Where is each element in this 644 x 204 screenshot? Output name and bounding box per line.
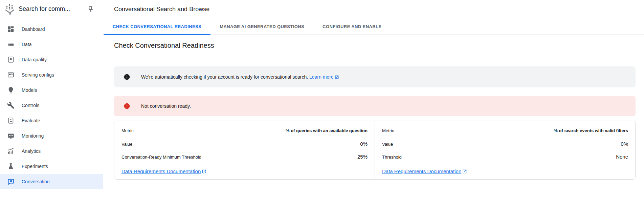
metric-value: 0% — [360, 141, 368, 147]
sidebar-header: Search for comm... — [0, 0, 103, 18]
bar-chart-trend-icon — [7, 147, 15, 155]
sidebar-item-dashboard[interactable]: Dashboard — [0, 21, 103, 37]
list-icon — [7, 40, 15, 48]
metric-name: % of queries with an available question — [286, 128, 368, 133]
tab-bar: CHECK CONVERSATIONAL READINESS MANAGE AI… — [104, 18, 644, 35]
table-row: Metric % of search events with valid fil… — [382, 128, 628, 141]
sidebar-item-evaluate[interactable]: Evaluate — [0, 113, 103, 128]
sidebar-item-label: Experiments — [22, 164, 48, 169]
product-name: Search for comm... — [19, 5, 87, 13]
section-heading: Check Conversational Readiness — [114, 42, 214, 49]
sidebar-item-label: Evaluate — [22, 118, 40, 123]
app-window: Search for comm... Dashboard Data — [0, 0, 644, 204]
data-requirements-doc-link[interactable]: Data Requirements Documentation — [382, 168, 467, 174]
data-requirements-doc-link[interactable]: Data Requirements Documentation — [121, 168, 206, 174]
lightbulb-icon — [7, 86, 15, 94]
sidebar-item-label: Dashboard — [22, 26, 45, 32]
tab-check-conversational-readiness[interactable]: CHECK CONVERSATIONAL READINESS — [104, 18, 210, 35]
metric-panel-queries: Metric % of queries with an available qu… — [114, 121, 375, 179]
tab-configure-and-enable[interactable]: CONFIGURE AND ENABLE — [313, 18, 391, 35]
table-row: Metric % of queries with an available qu… — [121, 128, 368, 141]
open-in-new-icon — [335, 75, 339, 79]
threshold-value: 25% — [357, 154, 368, 160]
flask-icon — [7, 162, 15, 170]
monitor-chart-icon — [7, 132, 15, 140]
wrench-icon — [7, 101, 15, 109]
sidebar-item-models[interactable]: Models — [0, 82, 103, 98]
sidebar-nav: Dashboard Data Data quality — [0, 18, 103, 189]
info-banner-text: We’re automatically checking if your acc… — [141, 74, 339, 80]
table-row: Conversation-Ready Minimum Threshold 25% — [121, 154, 368, 167]
dashboard-icon — [7, 25, 15, 33]
metric-name: % of search events with valid filters — [554, 128, 628, 133]
page-title: Conversational Search and Browse — [114, 6, 209, 13]
metric-row-label: Metric — [121, 128, 133, 133]
sidebar-item-data-quality[interactable]: Data quality — [0, 52, 103, 67]
error-banner-text: Not conversation ready. — [141, 103, 191, 109]
sidebar: Search for comm... Dashboard Data — [0, 0, 103, 204]
metric-panel-search-events: Metric % of search events with valid fil… — [375, 121, 635, 179]
sidebar-item-label: Analytics — [22, 148, 41, 154]
metric-value: 0% — [621, 141, 628, 147]
sidebar-item-data[interactable]: Data — [0, 37, 103, 52]
table-row: Value 0% — [382, 141, 628, 154]
threshold-value: None — [616, 154, 628, 160]
readiness-content: We’re automatically checking if your acc… — [104, 56, 644, 180]
info-icon — [124, 74, 130, 80]
sidebar-item-serving-configs[interactable]: Serving configs — [0, 67, 103, 82]
sidebar-item-experiments[interactable]: Experiments — [0, 159, 103, 174]
serving-configs-icon — [7, 71, 15, 79]
sidebar-item-label: Data quality — [22, 57, 47, 62]
sidebar-item-monitoring[interactable]: Monitoring — [0, 128, 103, 143]
sidebar-item-label: Controls — [22, 103, 39, 108]
sidebar-item-conversation[interactable]: Conversation — [0, 174, 103, 189]
threshold-row-label: Conversation-Ready Minimum Threshold — [121, 155, 201, 160]
open-in-new-icon — [462, 169, 467, 174]
sidebar-item-label: Serving configs — [22, 72, 54, 78]
main-content: Conversational Search and Browse CHECK C… — [104, 0, 644, 204]
badge-icon — [7, 56, 15, 64]
section-heading-row: Check Conversational Readiness — [104, 35, 644, 56]
threshold-row-label: Threshold — [382, 155, 402, 160]
pin-icon[interactable] — [87, 6, 94, 13]
learn-more-link[interactable]: Learn more — [309, 74, 339, 80]
table-row: Value 0% — [121, 141, 368, 154]
metric-row-label: Metric — [382, 128, 394, 133]
value-row-label: Value — [382, 142, 393, 147]
commerce-search-logo-icon — [3, 3, 16, 16]
chat-search-icon — [7, 178, 15, 186]
info-banner: We’re automatically checking if your acc… — [114, 66, 636, 87]
tab-manage-ai-generated-questions[interactable]: MANAGE AI GENERATED QUESTIONS — [210, 18, 313, 35]
error-icon — [124, 103, 130, 109]
learn-more-label: Learn more — [309, 74, 334, 80]
error-banner: Not conversation ready. — [114, 96, 636, 116]
evaluate-card-icon — [7, 117, 15, 125]
sidebar-item-label: Models — [22, 87, 37, 93]
sidebar-item-controls[interactable]: Controls — [0, 98, 103, 113]
sidebar-item-label: Data — [22, 42, 32, 47]
info-banner-message: We’re automatically checking if your acc… — [141, 74, 308, 80]
metrics-table: Metric % of queries with an available qu… — [114, 121, 636, 180]
table-row: Threshold None — [382, 154, 628, 167]
sidebar-item-analytics[interactable]: Analytics — [0, 143, 103, 159]
value-row-label: Value — [121, 142, 132, 147]
doc-link-label: Data Requirements Documentation — [382, 168, 461, 174]
sidebar-item-label: Conversation — [22, 179, 50, 184]
sidebar-item-label: Monitoring — [22, 133, 44, 139]
doc-link-label: Data Requirements Documentation — [121, 168, 201, 174]
open-in-new-icon — [202, 169, 206, 174]
page-header: Conversational Search and Browse — [104, 0, 644, 18]
